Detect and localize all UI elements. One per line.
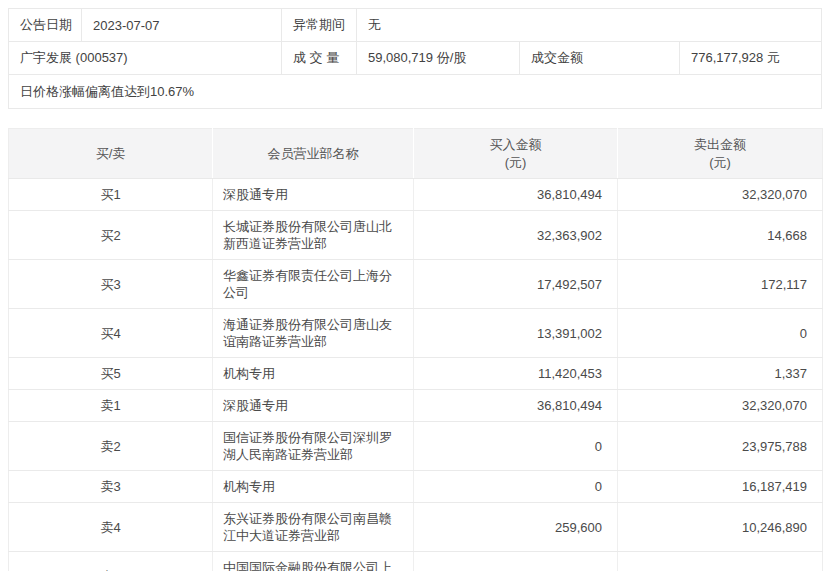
- broker-cell: 深股通专用: [213, 390, 414, 422]
- summary-panel: 公告日期 2023-07-07 异常期间 无 广宇发展 (000537) 成 交…: [8, 8, 822, 109]
- volume-value: 59,080,719 份/股: [356, 42, 519, 74]
- broker-table: 买/卖 会员营业部名称 买入金额 (元) 卖出金额 (元) 买1: [8, 128, 823, 571]
- table-row: 卖2 国信证券股份有限公司深圳罗湖人民南路证券营业部 0 23,975,788: [9, 422, 823, 471]
- col-header-sell: 卖出金额 (元): [618, 129, 823, 179]
- sell-amount-cell: 32,320,070: [618, 179, 823, 211]
- broker-cell: 中国国际金融股份有限公司上海分公司: [213, 552, 414, 571]
- page: 公告日期 2023-07-07 异常期间 无 广宇发展 (000537) 成 交…: [0, 0, 830, 571]
- side-cell: 卖4: [9, 503, 213, 552]
- abnormal-period-value: 无: [356, 9, 821, 41]
- sell-amount-cell: 16,187,419: [618, 471, 823, 503]
- buy-amount-cell: 36,810,494: [414, 390, 618, 422]
- buy-amount-cell: 13,391,002: [414, 309, 618, 358]
- side-cell: 卖2: [9, 422, 213, 471]
- buy-amount-cell: 0: [414, 422, 618, 471]
- side-cell: 买1: [9, 179, 213, 211]
- broker-cell: 机构专用: [213, 358, 414, 390]
- side-cell: 买2: [9, 211, 213, 260]
- table-row: 买5 机构专用 11,420,453 1,337: [9, 358, 823, 390]
- buy-amount-cell: 0: [414, 471, 618, 503]
- deviation-note: 日价格涨幅偏离值达到10.67%: [9, 75, 821, 108]
- buy-amount-cell: 7,419,072: [414, 552, 618, 571]
- broker-cell: 海通证券股份有限公司唐山友谊南路证券营业部: [213, 309, 414, 358]
- col-header-sell-label: 卖出金额: [618, 136, 822, 154]
- col-header-buy-sub: (元): [414, 154, 617, 172]
- summary-row-1: 公告日期 2023-07-07 异常期间 无: [9, 9, 821, 42]
- buy-amount-cell: 17,492,507: [414, 260, 618, 309]
- side-cell: 买3: [9, 260, 213, 309]
- sell-amount-cell: 32,320,070: [618, 390, 823, 422]
- sell-amount-cell: 14,668: [618, 211, 823, 260]
- col-header-sell-sub: (元): [618, 154, 822, 172]
- announce-date-value: 2023-07-07: [81, 9, 281, 41]
- sell-amount-cell: 172,117: [618, 260, 823, 309]
- volume-label: 成 交 量: [281, 42, 356, 74]
- table-row: 买1 深股通专用 36,810,494 32,320,070: [9, 179, 823, 211]
- buy-amount-cell: 259,600: [414, 503, 618, 552]
- broker-cell: 国信证券股份有限公司深圳罗湖人民南路证券营业部: [213, 422, 414, 471]
- announce-date-label: 公告日期: [9, 9, 81, 41]
- stock-title: 广宇发展 (000537): [9, 42, 281, 74]
- side-cell: 买5: [9, 358, 213, 390]
- side-cell: 卖5: [9, 552, 213, 571]
- summary-row-3: 日价格涨幅偏离值达到10.67%: [9, 75, 821, 108]
- broker-table-head: 买/卖 会员营业部名称 买入金额 (元) 卖出金额 (元): [9, 129, 823, 179]
- side-cell: 卖1: [9, 390, 213, 422]
- turnover-label: 成交金额: [519, 42, 679, 74]
- col-header-buy-label: 买入金额: [414, 136, 617, 154]
- table-row: 买2 长城证券股份有限公司唐山北新西道证券营业部 32,363,902 14,6…: [9, 211, 823, 260]
- table-row: 卖1 深股通专用 36,810,494 32,320,070: [9, 390, 823, 422]
- broker-cell: 机构专用: [213, 471, 414, 503]
- sell-amount-cell: 10,246,890: [618, 503, 823, 552]
- col-header-broker: 会员营业部名称: [213, 129, 414, 179]
- col-header-broker-label: 会员营业部名称: [213, 145, 413, 163]
- sell-amount-cell: 0: [618, 309, 823, 358]
- table-row: 买4 海通证券股份有限公司唐山友谊南路证券营业部 13,391,002 0: [9, 309, 823, 358]
- broker-cell: 深股通专用: [213, 179, 414, 211]
- table-row: 卖5 中国国际金融股份有限公司上海分公司 7,419,072 9,165,845: [9, 552, 823, 571]
- col-header-side: 买/卖: [9, 129, 213, 179]
- broker-cell: 华鑫证券有限责任公司上海分公司: [213, 260, 414, 309]
- sell-amount-cell: 23,975,788: [618, 422, 823, 471]
- summary-row-2: 广宇发展 (000537) 成 交 量 59,080,719 份/股 成交金额 …: [9, 42, 821, 75]
- table-row: 买3 华鑫证券有限责任公司上海分公司 17,492,507 172,117: [9, 260, 823, 309]
- abnormal-period-label: 异常期间: [281, 9, 356, 41]
- header-row: 买/卖 会员营业部名称 买入金额 (元) 卖出金额 (元): [9, 129, 823, 179]
- buy-amount-cell: 36,810,494: [414, 179, 618, 211]
- buy-amount-cell: 32,363,902: [414, 211, 618, 260]
- buy-amount-cell: 11,420,453: [414, 358, 618, 390]
- sell-amount-cell: 1,337: [618, 358, 823, 390]
- broker-cell: 长城证券股份有限公司唐山北新西道证券营业部: [213, 211, 414, 260]
- broker-table-body: 买1 深股通专用 36,810,494 32,320,070 买2 长城证券股份…: [9, 179, 823, 571]
- col-header-side-label: 买/卖: [9, 145, 212, 163]
- col-header-buy: 买入金额 (元): [414, 129, 618, 179]
- table-row: 卖4 东兴证券股份有限公司南昌赣江中大道证券营业部 259,600 10,246…: [9, 503, 823, 552]
- turnover-value: 776,177,928 元: [679, 42, 821, 74]
- broker-cell: 东兴证券股份有限公司南昌赣江中大道证券营业部: [213, 503, 414, 552]
- side-cell: 买4: [9, 309, 213, 358]
- sell-amount-cell: 9,165,845: [618, 552, 823, 571]
- table-row: 卖3 机构专用 0 16,187,419: [9, 471, 823, 503]
- side-cell: 卖3: [9, 471, 213, 503]
